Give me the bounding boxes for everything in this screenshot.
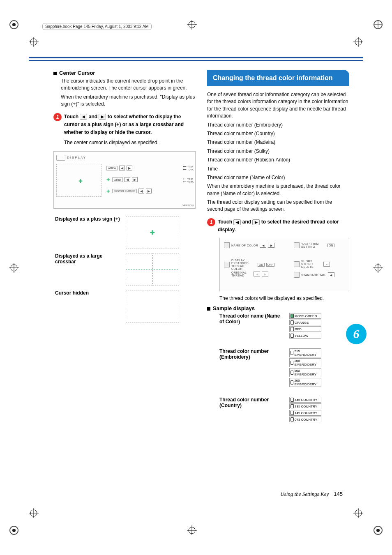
trip-tota-1: ⟵ TRIP⟵ TOTA [183,166,194,171]
page-footer: Using the Settings Key145 [280,491,343,497]
opt-5: Time [207,166,349,173]
opt-3: Thread color number (Sulky) [207,148,349,155]
std-tail-prev[interactable]: ◀ [328,272,334,277]
sample1-list: MOSS GREEN ORANGE RED YELLOW [289,313,321,339]
plus-icon: ✚ [150,229,155,236]
area-next-button[interactable]: ▶ [127,166,132,170]
opt-0: Thread color number (Embroidery) [207,122,349,129]
square-bullet-icon [53,72,57,75]
thread-color-settings-screenshot: NAME OF COLOR ◀ ▶ DISPLAY EXPANDED THREA… [219,238,349,291]
disp-exp-off[interactable]: OFF [266,263,274,267]
thread-color-intro: One of seven thread color information ca… [207,91,349,120]
crossbar-label: Displayed as a large crossbar [54,251,124,288]
disp-exp-on[interactable]: ON [258,263,265,267]
center-cursor-label: CENTER CURSOR [112,189,137,193]
area-prev-button[interactable]: ◀ [119,166,125,170]
center-cursor-heading: Center Cursor [53,70,196,76]
thread-color-heading: Changing the thread color information [207,70,349,86]
sample3-label: Thread color number (Country) [219,397,281,423]
display-tab-icon [56,155,65,161]
sample2-label: Thread color number (Embroidery) [219,348,281,388]
header-rule-1 [29,57,363,58]
sample3-list: 446 COUNTRY 335 COUNTRY 149 COUNTRY 043 … [289,397,321,423]
plus-sign-label: Displayed as a plus sign (+) [54,214,124,251]
step-one-badge: 1 [53,113,62,121]
hidden-sample [126,290,179,323]
spool-icon [224,242,230,248]
scissors-icon [294,242,300,248]
thread-color-followup: The thread colors will be displayed as s… [219,295,349,301]
center-cursor-p1: The cursor indicates the current needle … [61,78,196,92]
color-right-arrow-icon[interactable]: ▶ [252,219,260,225]
svg-point-1 [12,23,16,26]
sample2-list: 515 EMBROIDERY 208 EMBROIDERY 800 EMBROI… [289,348,321,388]
left-column: Center Cursor The cursor indicates the c… [53,70,196,432]
cursor-prev-button[interactable]: ◀ [138,189,144,193]
std-tail-label: STANDARD TAIL [301,274,326,276]
disp-exp-label: DISPLAY EXPANDED THREAD COLOR [231,259,256,270]
area-label: AREA [106,166,118,170]
hidden-label: Cursor hidden [54,288,124,325]
original-thread-label: ORIGINAL THREAD [231,271,252,277]
scissors2-icon [294,272,300,278]
sample1-label: Thread color name (Name of Color) [219,313,281,339]
grid-prev-button[interactable]: ◀ [125,177,130,182]
plus-sign-sample: ✚ [126,216,179,249]
document-header-meta: Sapphire.book Page 145 Friday, August 1,… [42,23,152,30]
right-column: Changing the thread color information On… [207,70,349,432]
opt-1: Thread color number (Country) [207,130,349,137]
version-label: VERSION [182,204,194,207]
chapter-badge: 6 [346,324,367,344]
left-step1-note: The center cursor is displayed as specif… [64,140,196,145]
dst-label: "DST" TRIM SETTING [301,242,326,248]
sample-displays-heading: Sample displays [207,305,349,311]
cursor-display-table: Displayed as a plus sign (+) ✚ Displayed… [53,214,196,325]
color-left-arrow-icon[interactable]: ◀ [233,219,241,225]
grid-label: GRID [112,177,123,182]
crossbar-sample [126,253,179,286]
header-rule-2 [29,60,363,61]
stitch-icon [294,261,300,267]
name-of-color-label: NAME OF COLOR [231,244,258,247]
thread-color-p3: The thread color display setting can be … [207,199,349,213]
center-cursor-p2: When the embroidery machine is purchased… [61,94,196,108]
name-next-button[interactable]: ▶ [268,243,274,248]
left-arrow-icon[interactable]: ◀ [80,114,87,120]
svg-point-6 [12,529,16,532]
grid-next-button[interactable]: ▶ [132,177,138,182]
opt-2: Thread color number (Madeira) [207,139,349,146]
left-step1-text: Touch ◀ and ▶ to select whether to displ… [64,113,196,137]
right-step1-text: Touch ◀ and ▶ to select the desired thre… [218,218,349,234]
opt-4: Thread color number (Robison-Anton) [207,157,349,164]
right-step-one-badge: 1 [207,218,215,226]
display-label: DISPLAY [67,156,86,159]
trip-tota-2: ⟵ TRIP⟵ TOTA [183,178,194,184]
thread-color-p2: When the embroidery machine is purchased… [207,183,349,197]
dst-on[interactable]: ON [327,244,334,247]
preview-plus-icon: ✚ [78,178,83,184]
spool-group-icon [224,262,230,267]
right-arrow-icon[interactable]: ▶ [99,114,106,120]
cursor-next-button[interactable]: ▶ [146,189,152,193]
square-bullet2-icon [207,307,210,311]
short-stitch-label: SHORT STITCH DELETE [301,260,322,268]
short-stitch-minus[interactable]: − [323,262,330,267]
opt-6: Thread color name (Name of Color) [207,174,349,181]
name-prev-button[interactable]: ◀ [260,243,266,248]
orig-next-button[interactable]: ▶ [262,272,268,276]
svg-point-8 [376,529,380,532]
display-settings-screenshot: DISPLAY ✚ AREA ◀ ▶ ✚ GRID ◀ ▶ ✚ CENTER C… [53,151,196,209]
orig-prev-button[interactable]: ◀ [254,272,260,276]
